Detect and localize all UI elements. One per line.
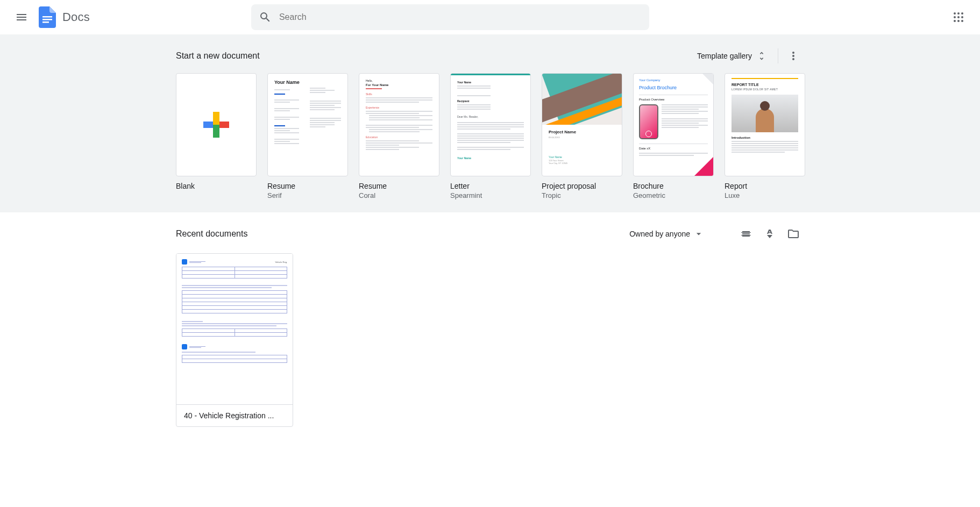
mini-text: Skills xyxy=(366,92,432,96)
template-title: Brochure xyxy=(633,182,714,190)
search-icon xyxy=(254,6,276,28)
mini-text: Experience xyxy=(366,106,432,110)
svg-rect-0 xyxy=(42,16,52,18)
template-resume-serif[interactable]: Your Name xyxy=(267,73,348,199)
template-subtitle: Spearmint xyxy=(450,191,531,199)
svg-point-4 xyxy=(957,12,960,15)
document-card-footer: 40 - Vehicle Registration ... xyxy=(176,404,293,426)
document-card[interactable]: Vehicle Reg. xyxy=(176,253,293,427)
mini-text: LOREM IPSUM DOLOR SIT AMET xyxy=(732,88,798,91)
list-view-icon xyxy=(740,227,752,240)
svg-point-6 xyxy=(954,16,956,18)
template-gallery-button[interactable]: Template gallery xyxy=(691,46,773,66)
recent-section-header: Recent documents Owned by anyone xyxy=(176,221,804,247)
svg-point-8 xyxy=(961,16,963,18)
template-more-button[interactable] xyxy=(783,45,804,67)
template-section: Start a new document Template gallery xyxy=(0,34,980,212)
template-subtitle: Luxe xyxy=(725,191,805,199)
template-gallery-label: Template gallery xyxy=(697,52,752,60)
template-section-header: Start a new document Template gallery xyxy=(176,43,804,69)
sort-az-icon xyxy=(763,227,776,240)
template-title: Blank xyxy=(176,182,257,190)
more-vert-icon xyxy=(787,49,800,62)
ownership-filter-button[interactable]: Owned by anyone xyxy=(625,225,708,242)
google-apps-button[interactable] xyxy=(946,4,971,30)
docs-logo-icon xyxy=(37,6,58,28)
mini-text: Your Company xyxy=(639,78,708,82)
document-thumbnail: Vehicle Reg. xyxy=(176,254,293,404)
template-title: Project proposal xyxy=(542,182,622,190)
template-thumb: Your Name xyxy=(267,73,348,176)
template-title: Letter xyxy=(450,182,531,190)
template-resume-coral[interactable]: Hello, For Your Name Skills Experience E… xyxy=(359,73,439,199)
svg-point-9 xyxy=(954,20,956,22)
template-title: Resume xyxy=(267,182,348,190)
sort-button[interactable] xyxy=(759,223,780,245)
template-blank[interactable]: Blank xyxy=(176,73,257,199)
mini-text: Project Name xyxy=(549,129,615,135)
template-subtitle: Serif xyxy=(267,191,348,199)
template-thumb: Hello, For Your Name Skills Experience E… xyxy=(359,73,439,176)
mini-text: For Your Name xyxy=(366,83,432,87)
template-project-proposal[interactable]: Project Name 09.04.20XX Your Name 123 Yo… xyxy=(542,73,622,199)
mini-text: Dear Ms. Reader, xyxy=(457,115,524,119)
svg-rect-1 xyxy=(42,19,52,20)
template-thumb: Project Name 09.04.20XX Your Name 123 Yo… xyxy=(542,73,622,176)
unfold-icon xyxy=(756,51,767,61)
app-title: Docs xyxy=(62,10,90,24)
search-input[interactable] xyxy=(276,12,646,22)
template-brochure[interactable]: Your Company Product Brochure Product Ov… xyxy=(633,73,714,199)
svg-point-7 xyxy=(957,16,960,18)
mini-text: Date xX xyxy=(639,144,708,151)
template-thumb: Your Company Product Brochure Product Ov… xyxy=(633,73,714,176)
svg-point-11 xyxy=(961,20,963,22)
app-logo-wrap[interactable]: Docs xyxy=(37,6,90,28)
recent-section: Recent documents Owned by anyone xyxy=(0,212,980,435)
svg-point-10 xyxy=(957,20,960,22)
template-thumb: REPORT TITLE LOREM IPSUM DOLOR SIT AMET … xyxy=(725,73,805,176)
mini-text: REPORT TITLE xyxy=(732,82,798,88)
mini-text: Your Name xyxy=(274,79,306,86)
main-menu-button[interactable] xyxy=(9,4,34,30)
template-report[interactable]: REPORT TITLE LOREM IPSUM DOLOR SIT AMET … xyxy=(725,73,805,199)
search-bar[interactable] xyxy=(251,4,649,30)
template-title: Report xyxy=(725,182,805,190)
template-letter-spearmint[interactable]: Your Name Recipient Dear Ms. Reader, xyxy=(450,73,531,199)
list-view-button[interactable] xyxy=(735,223,757,245)
template-thumb: Your Name Recipient Dear Ms. Reader, xyxy=(450,73,531,176)
divider xyxy=(778,48,778,63)
template-thumb xyxy=(176,73,257,176)
svg-point-5 xyxy=(961,12,963,15)
recent-documents-grid: Vehicle Reg. xyxy=(176,253,804,427)
svg-point-3 xyxy=(954,12,956,15)
template-subtitle: Tropic xyxy=(542,191,622,199)
hamburger-icon xyxy=(15,11,28,24)
app-header: Docs xyxy=(0,0,980,34)
dropdown-icon xyxy=(693,228,704,239)
template-subtitle: Coral xyxy=(359,191,439,199)
template-subtitle: Geometric xyxy=(633,191,714,199)
document-title: 40 - Vehicle Registration ... xyxy=(184,411,285,420)
mini-text: Your Name xyxy=(549,155,615,159)
mini-text: Your Name xyxy=(457,81,524,84)
mini-text: Product Overview xyxy=(639,95,708,102)
recent-section-title: Recent documents xyxy=(176,229,247,239)
template-section-title: Start a new document xyxy=(176,51,260,61)
mini-text: Your Name xyxy=(457,156,524,160)
mini-text: Education xyxy=(366,135,432,139)
template-row: Blank Your Name xyxy=(176,73,804,199)
plus-icon xyxy=(203,112,229,138)
template-title: Resume xyxy=(359,182,439,190)
mini-text: Product Brochure xyxy=(639,84,708,91)
open-file-picker-button[interactable] xyxy=(783,223,804,245)
mini-text: Introduction xyxy=(732,135,798,140)
folder-icon xyxy=(787,227,800,240)
ownership-filter-label: Owned by anyone xyxy=(629,230,690,238)
apps-grid-icon xyxy=(952,11,965,24)
svg-rect-2 xyxy=(42,22,49,23)
